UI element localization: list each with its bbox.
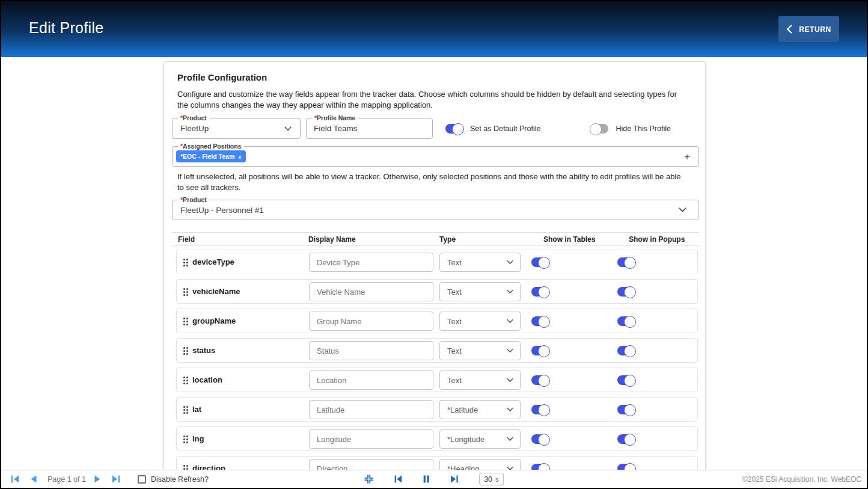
chevron-down-icon [507,319,513,324]
type-select[interactable]: Text [439,371,521,390]
card-description: Configure and customize the way fields a… [177,89,687,111]
profile-configuration-card: Profile Configuration Configure and cust… [164,61,706,489]
pagination-controls: Page 1 of 1 Disable Refresh? [11,475,209,484]
copyright-text: ©2025 ESi Acquisition, Inc. WebEOC [742,475,861,484]
display-name-input[interactable] [309,253,433,272]
hide-this-profile-label: Hide This Profile [616,125,670,133]
add-position-icon[interactable]: + [684,152,690,162]
show-in-popups-toggle[interactable] [617,287,635,297]
next-page-button[interactable] [94,475,102,483]
field-table-header: Field Display Name Type Show in Tables S… [172,232,699,246]
drag-handle-icon[interactable] [183,317,189,326]
refresh-interval-unit: s [495,476,499,483]
drag-handle-icon[interactable] [183,288,189,297]
display-name-input[interactable] [309,341,433,360]
header-type: Type [439,235,456,244]
display-name-input[interactable] [309,400,433,419]
chevron-down-icon [507,407,513,412]
field-name: deviceType [192,257,234,266]
show-in-popups-toggle[interactable] [617,434,635,444]
hide-this-profile-toggle[interactable] [591,124,608,134]
tracker-product-value: FleetUp - Personnel #1 [180,206,264,215]
skip-to-end-icon[interactable] [450,475,459,483]
last-page-button[interactable] [112,475,120,483]
type-select[interactable]: Text [439,282,521,301]
chip-remove-icon[interactable]: x [238,153,241,160]
show-in-popups-toggle[interactable] [617,257,635,267]
type-value: Text [447,258,462,267]
profile-settings-row: *Product FleetUp *Profile Name Set as De… [172,118,671,139]
show-in-popups-toggle[interactable] [617,316,635,326]
drag-handle-icon[interactable] [183,376,189,385]
header-display-name: Display Name [308,235,356,244]
display-name-input[interactable] [309,371,433,390]
drag-handle-icon[interactable] [183,346,189,355]
field-name: location [192,375,222,384]
chevron-left-icon [786,25,792,34]
field-name: lat [192,405,201,414]
tracker-product-label: *Product [178,196,209,203]
show-in-popups-toggle[interactable] [617,375,635,385]
show-in-tables-toggle[interactable] [531,257,549,267]
type-select[interactable]: Text [439,341,521,360]
chevron-down-icon [679,208,686,213]
return-button[interactable]: RETURN [778,16,839,42]
display-name-input[interactable] [309,312,433,331]
field-table-row: groupName Text [176,309,698,333]
status-bar: Page 1 of 1 Disable Refresh? [1,470,867,488]
field-name: groupName [192,316,236,325]
display-name-input[interactable] [309,429,433,449]
show-in-tables-toggle[interactable] [531,405,549,414]
tracker-product-select[interactable]: *Product FleetUp - Personnel #1 [172,200,699,220]
show-in-popups-toggle[interactable] [617,405,635,414]
header-show-in-tables: Show in Tables [543,235,595,244]
show-in-popups-toggle[interactable] [617,346,635,355]
type-select[interactable]: Text [439,253,521,272]
chevron-down-icon [507,348,513,353]
product-label: *Product [178,114,209,121]
drag-handle-icon[interactable] [183,258,189,267]
show-in-tables-toggle[interactable] [531,434,549,444]
disable-refresh-label: Disable Refresh? [151,475,209,484]
edit-profile-screen: Edit Profile RETURN Profile Configuratio… [0,0,868,489]
first-page-button[interactable] [11,475,19,483]
type-value: Text [447,288,462,297]
refresh-interval-value: 30 [484,475,492,484]
chevron-down-icon [507,260,513,265]
previous-page-button[interactable] [29,475,37,483]
field-table-row: location Text [176,368,698,392]
chevron-down-icon [284,126,292,131]
field-table-row: lng *Longitude [176,426,698,451]
compress-icon[interactable] [364,475,373,484]
show-in-tables-toggle[interactable] [531,316,549,326]
field-table-body: deviceType Text [176,250,698,485]
assigned-positions-label: *Assigned Positions [178,143,244,150]
field-name: vehicleName [192,287,240,296]
pause-icon[interactable] [423,475,430,483]
field-name: lng [192,434,204,443]
assigned-positions-field[interactable]: *Assigned Positions *EOC - Field Team x … [172,146,699,167]
type-select[interactable]: Text [439,312,521,331]
type-value: Text [447,317,462,326]
set-default-profile-toggle[interactable] [445,124,463,134]
position-chip-label: *EOC - Field Team [180,153,234,160]
show-in-tables-toggle[interactable] [531,375,549,385]
drag-handle-icon[interactable] [183,405,189,414]
display-name-input[interactable] [309,282,433,301]
disable-refresh-checkbox[interactable] [138,475,146,484]
header-field: Field [178,235,195,244]
show-in-tables-toggle[interactable] [531,287,549,297]
drag-handle-icon[interactable] [183,435,189,444]
type-select[interactable]: *Latitude [439,400,521,419]
type-select[interactable]: *Longitude [439,429,521,449]
set-default-profile-label: Set as Default Profile [470,125,540,133]
profile-name-label: *Profile Name [312,114,358,121]
page-title: Edit Profile [29,19,104,37]
refresh-interval-input[interactable]: 30 s [479,473,504,485]
position-chip[interactable]: *EOC - Field Team x [176,150,246,162]
page-header: Edit Profile RETURN [1,1,867,57]
product-select[interactable]: *Product FleetUp [172,118,301,139]
show-in-tables-toggle[interactable] [531,346,549,355]
skip-to-start-icon[interactable] [394,475,402,483]
product-value: FleetUp [180,124,209,133]
